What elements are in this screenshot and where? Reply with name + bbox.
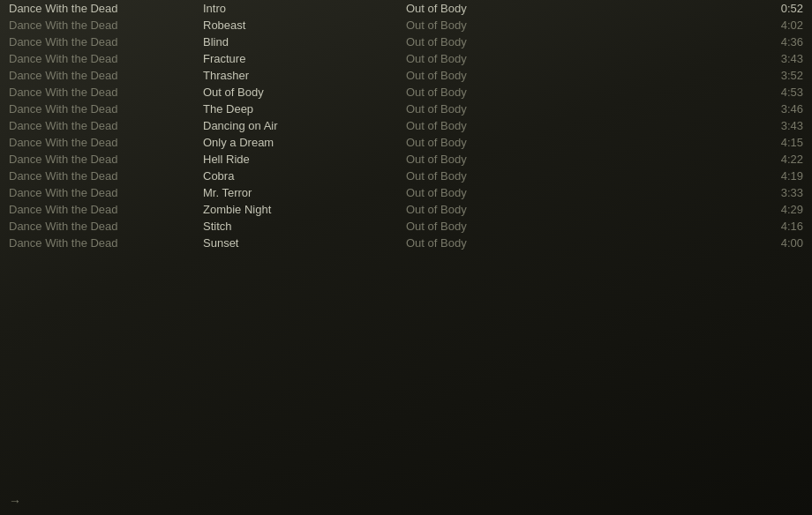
duration-cell: 3:43 [750, 119, 803, 132]
duration-cell: 4:19 [750, 169, 803, 183]
table-row[interactable]: Dance With the DeadCobraOut of Body4:19 [0, 168, 812, 184]
track-list: Dance With the DeadIntroOut of Body0:52D… [0, 0, 812, 251]
title-cell: Cobra [203, 169, 406, 183]
duration-cell: 3:33 [750, 186, 803, 199]
title-cell: Stitch [203, 220, 406, 233]
album-cell: Out of Body [406, 86, 750, 99]
album-cell: Out of Body [406, 19, 750, 32]
duration-cell: 4:15 [750, 136, 803, 149]
title-cell: Sunset [203, 236, 406, 250]
table-row[interactable]: Dance With the DeadMr. TerrorOut of Body… [0, 184, 812, 201]
artist-cell: Dance With the Dead [9, 102, 203, 116]
album-cell: Out of Body [406, 119, 750, 132]
duration-cell: 4:16 [750, 220, 803, 233]
table-row[interactable]: Dance With the DeadRobeastOut of Body4:0… [0, 17, 812, 34]
table-row[interactable]: Dance With the DeadOut of BodyOut of Bod… [0, 84, 812, 101]
title-cell: Fracture [203, 52, 406, 65]
album-cell: Out of Body [406, 102, 750, 116]
artist-cell: Dance With the Dead [9, 2, 203, 15]
artist-cell: Dance With the Dead [9, 19, 203, 32]
artist-cell: Dance With the Dead [9, 186, 203, 199]
artist-cell: Dance With the Dead [9, 136, 203, 149]
album-cell: Out of Body [406, 236, 750, 250]
title-cell: Thrasher [203, 69, 406, 82]
artist-cell: Dance With the Dead [9, 220, 203, 233]
artist-cell: Dance With the Dead [9, 69, 203, 82]
duration-cell: 4:22 [750, 153, 803, 166]
table-row[interactable]: Dance With the DeadZombie NightOut of Bo… [0, 201, 812, 218]
duration-cell: 3:52 [750, 69, 803, 82]
table-row[interactable]: Dance With the DeadStitchOut of Body4:16 [0, 218, 812, 235]
duration-cell: 3:43 [750, 52, 803, 65]
table-row[interactable]: Dance With the DeadThrasherOut of Body3:… [0, 67, 812, 84]
table-row[interactable]: Dance With the DeadOnly a DreamOut of Bo… [0, 134, 812, 151]
title-cell: Out of Body [203, 86, 406, 99]
artist-cell: Dance With the Dead [9, 35, 203, 49]
table-row[interactable]: Dance With the DeadSunsetOut of Body4:00 [0, 235, 812, 251]
album-cell: Out of Body [406, 52, 750, 65]
table-row[interactable]: Dance With the DeadIntroOut of Body0:52 [0, 0, 812, 17]
duration-cell: 3:46 [750, 102, 803, 116]
table-row[interactable]: Dance With the DeadHell RideOut of Body4… [0, 151, 812, 168]
duration-cell: 4:29 [750, 203, 803, 216]
album-cell: Out of Body [406, 186, 750, 199]
artist-cell: Dance With the Dead [9, 169, 203, 183]
artist-cell: Dance With the Dead [9, 153, 203, 166]
duration-cell: 0:52 [750, 2, 803, 15]
artist-cell: Dance With the Dead [9, 119, 203, 132]
artist-cell: Dance With the Dead [9, 236, 203, 250]
artist-cell: Dance With the Dead [9, 203, 203, 216]
album-cell: Out of Body [406, 169, 750, 183]
table-row[interactable]: Dance With the DeadFractureOut of Body3:… [0, 50, 812, 67]
duration-cell: 4:00 [750, 236, 803, 250]
album-cell: Out of Body [406, 2, 750, 15]
title-cell: Robeast [203, 19, 406, 32]
title-cell: Mr. Terror [203, 186, 406, 199]
table-row[interactable]: Dance With the DeadBlindOut of Body4:36 [0, 34, 812, 50]
artist-cell: Dance With the Dead [9, 52, 203, 65]
album-cell: Out of Body [406, 69, 750, 82]
album-cell: Out of Body [406, 35, 750, 49]
title-cell: Blind [203, 35, 406, 49]
album-cell: Out of Body [406, 220, 750, 233]
title-cell: Hell Ride [203, 153, 406, 166]
duration-cell: 4:02 [750, 19, 803, 32]
table-row[interactable]: Dance With the DeadDancing on AirOut of … [0, 117, 812, 134]
title-cell: Only a Dream [203, 136, 406, 149]
artist-cell: Dance With the Dead [9, 86, 203, 99]
album-cell: Out of Body [406, 203, 750, 216]
duration-cell: 4:53 [750, 86, 803, 99]
bottom-arrow: → [9, 494, 21, 508]
title-cell: The Deep [203, 102, 406, 116]
title-cell: Zombie Night [203, 203, 406, 216]
album-cell: Out of Body [406, 153, 750, 166]
table-row[interactable]: Dance With the DeadThe DeepOut of Body3:… [0, 101, 812, 117]
album-cell: Out of Body [406, 136, 750, 149]
title-cell: Intro [203, 2, 406, 15]
title-cell: Dancing on Air [203, 119, 406, 132]
duration-cell: 4:36 [750, 35, 803, 49]
